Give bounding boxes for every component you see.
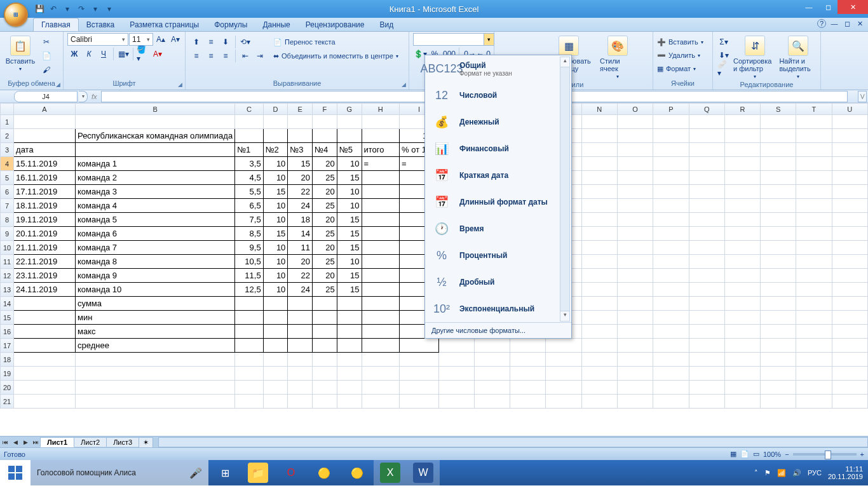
cell[interactable] xyxy=(653,227,689,241)
cell[interactable] xyxy=(832,269,867,283)
cell[interactable] xyxy=(263,381,288,395)
cell[interactable] xyxy=(653,353,689,367)
find-select-button[interactable]: 🔍Найти и выделить▾ xyxy=(779,33,817,79)
column-header[interactable]: N xyxy=(581,104,617,115)
cell[interactable] xyxy=(288,395,313,409)
cell[interactable] xyxy=(617,227,653,241)
cell[interactable]: 23.11.2019 xyxy=(14,269,76,283)
cell[interactable] xyxy=(581,157,617,171)
cell[interactable]: 12,5 xyxy=(235,283,264,297)
cell[interactable] xyxy=(689,199,724,213)
row-header[interactable]: 13 xyxy=(1,283,14,297)
format-menu-item[interactable]: 💰Денежный xyxy=(425,109,571,135)
cell[interactable] xyxy=(313,325,337,339)
tab-nav-next-icon[interactable]: ▶ xyxy=(20,437,31,447)
cell[interactable] xyxy=(438,395,474,409)
cell[interactable] xyxy=(617,325,653,339)
cell[interactable]: 10 xyxy=(263,269,288,283)
cell[interactable]: команда 5 xyxy=(76,213,235,227)
cell[interactable] xyxy=(263,395,288,409)
cell[interactable] xyxy=(832,325,867,339)
cell[interactable] xyxy=(510,353,546,367)
border-icon[interactable]: ▦▾ xyxy=(116,48,130,60)
delete-cells-button[interactable]: ➖Удалить▾ xyxy=(657,49,703,62)
cell[interactable] xyxy=(832,283,867,297)
cell[interactable]: дата xyxy=(14,143,76,157)
cell[interactable]: 20 xyxy=(313,157,337,171)
cell[interactable]: 25 xyxy=(313,283,337,297)
cell[interactable]: 10,5 xyxy=(235,255,264,269)
cell[interactable] xyxy=(288,115,313,129)
cell[interactable]: 15 xyxy=(337,283,362,297)
cell[interactable] xyxy=(761,241,796,255)
cell[interactable] xyxy=(14,395,76,409)
cell[interactable] xyxy=(438,381,474,395)
column-header[interactable]: Q xyxy=(689,104,724,115)
cell[interactable] xyxy=(653,185,689,199)
cell[interactable] xyxy=(235,367,264,381)
cell[interactable] xyxy=(617,283,653,297)
cell[interactable] xyxy=(546,381,581,395)
cell[interactable] xyxy=(796,129,832,143)
cell[interactable] xyxy=(617,395,653,409)
cell[interactable]: 17.11.2019 xyxy=(14,185,76,199)
align-bottom-icon[interactable]: ⬇ xyxy=(219,36,233,48)
cell[interactable] xyxy=(653,213,689,227)
cell[interactable]: 3,5 xyxy=(235,157,264,171)
name-box[interactable]: J4 xyxy=(14,91,78,102)
cell[interactable] xyxy=(362,269,400,283)
cell[interactable] xyxy=(761,115,796,129)
wrap-text-button[interactable]: 📄Перенос текста xyxy=(273,36,398,48)
format-menu-item[interactable]: 📅Длинный формат даты xyxy=(425,189,571,215)
cell[interactable] xyxy=(832,241,867,255)
cell[interactable] xyxy=(263,297,288,311)
cell[interactable]: 6,5 xyxy=(235,199,264,213)
font-name-combo[interactable]: Calibri▾ xyxy=(67,33,128,46)
row-header[interactable]: 7 xyxy=(1,199,14,213)
cell[interactable] xyxy=(689,367,724,381)
row-header[interactable]: 19 xyxy=(1,367,14,381)
cell[interactable] xyxy=(832,157,867,171)
cell[interactable] xyxy=(832,199,867,213)
column-header[interactable]: R xyxy=(724,104,760,115)
cell[interactable] xyxy=(362,339,400,353)
cell[interactable]: команда 2 xyxy=(76,171,235,185)
cell[interactable] xyxy=(689,311,724,325)
row-header[interactable]: 11 xyxy=(1,255,14,269)
cell[interactable] xyxy=(617,311,653,325)
cell[interactable] xyxy=(337,129,362,143)
cell[interactable] xyxy=(653,339,689,353)
new-sheet-icon[interactable]: ✶ xyxy=(139,437,153,447)
cell[interactable] xyxy=(832,185,867,199)
cell[interactable] xyxy=(313,381,337,395)
cell[interactable]: 20 xyxy=(288,171,313,185)
cell[interactable]: 15 xyxy=(337,269,362,283)
cell[interactable]: 20 xyxy=(288,255,313,269)
cell[interactable]: = xyxy=(362,157,400,171)
cell[interactable]: 10 xyxy=(337,255,362,269)
cell[interactable] xyxy=(653,115,689,129)
cell[interactable] xyxy=(235,395,264,409)
cell[interactable]: 15 xyxy=(263,185,288,199)
cell[interactable]: 20 xyxy=(313,213,337,227)
dialog-launcher-icon[interactable]: ◢ xyxy=(176,81,184,88)
cell[interactable] xyxy=(724,297,760,311)
cell[interactable] xyxy=(761,199,796,213)
cell[interactable] xyxy=(288,339,313,353)
cell[interactable] xyxy=(689,353,724,367)
cell[interactable] xyxy=(474,381,510,395)
align-top-icon[interactable]: ⬆ xyxy=(189,36,203,48)
cell[interactable] xyxy=(235,115,264,129)
cell[interactable] xyxy=(581,339,617,353)
cell[interactable] xyxy=(313,395,337,409)
tray-volume-icon[interactable]: 🔊 xyxy=(792,469,801,477)
cell[interactable] xyxy=(235,353,264,367)
cell[interactable] xyxy=(581,255,617,269)
cell[interactable]: 20.11.2019 xyxy=(14,227,76,241)
cell[interactable] xyxy=(761,353,796,367)
cell[interactable]: 14 xyxy=(288,227,313,241)
cell[interactable] xyxy=(653,241,689,255)
cell[interactable] xyxy=(581,143,617,157)
cell[interactable] xyxy=(689,269,724,283)
cell[interactable] xyxy=(617,115,653,129)
